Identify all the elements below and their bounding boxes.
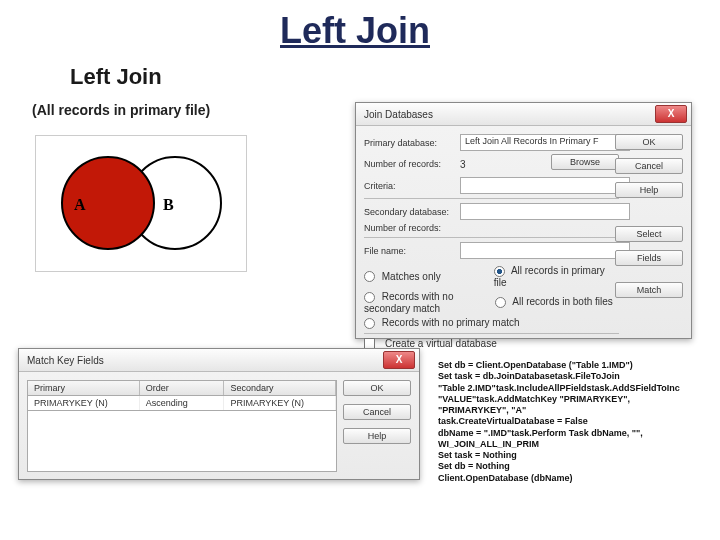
code-snippet: Set db = Client.OpenDatabase ("Table 1.I… — [438, 360, 698, 484]
page-tagline: (All records in primary file) — [32, 102, 210, 118]
code-line: dbName = ".IMD"task.Perform Task dbName,… — [438, 428, 698, 439]
radio-all-both[interactable] — [495, 297, 506, 308]
code-line: Set task = Nothing — [438, 450, 698, 461]
code-line: "Table 2.IMD"task.IncludeAllPFieldstask.… — [438, 383, 698, 394]
primary-db-label: Primary database: — [364, 138, 454, 148]
secondary-db-label: Secondary database: — [364, 207, 454, 217]
secondary-db-field[interactable] — [460, 203, 630, 220]
help-button[interactable]: Help — [615, 182, 683, 198]
close-icon[interactable]: X — [655, 105, 687, 123]
radio-all-primary[interactable] — [494, 266, 505, 277]
ok-button[interactable]: OK — [343, 380, 411, 396]
join-databases-dialog: Join Databases X OK Cancel Help Select F… — [355, 102, 692, 339]
code-line: task.CreateVirtualDatabase = False — [438, 416, 698, 427]
code-line: Set task = db.JoinDatabasetask.FileToJoi… — [438, 371, 698, 382]
filename-label: File name: — [364, 246, 454, 256]
col-order: Order — [140, 381, 225, 395]
fields-button[interactable]: Fields — [615, 250, 683, 266]
code-line: Set db = Client.OpenDatabase ("Table 1.I… — [438, 360, 698, 371]
help-button[interactable]: Help — [343, 428, 411, 444]
radio-no-secondary[interactable] — [364, 292, 375, 303]
browse-button[interactable]: Browse — [551, 154, 619, 170]
venn-label-a: A — [74, 196, 86, 214]
table-header: Primary Order Secondary — [27, 380, 337, 396]
table-row[interactable]: PRIMARYKEY (N) Ascending PRIMARYKEY (N) — [27, 396, 337, 411]
records-value: 3 — [460, 159, 466, 170]
dialog-title: Match Key Fields — [27, 355, 104, 366]
close-icon[interactable]: X — [383, 351, 415, 369]
records-label: Number of records: — [364, 159, 454, 169]
cell-order: Ascending — [140, 396, 225, 410]
match-key-fields-dialog: Match Key Fields X OK Cancel Help Primar… — [18, 348, 420, 480]
col-secondary: Secondary — [224, 381, 336, 395]
code-line: Set db = Nothing — [438, 461, 698, 472]
dialog-title: Join Databases — [364, 109, 433, 120]
cell-secondary: PRIMARYKEY (N) — [224, 396, 336, 410]
dialog-header: Join Databases X — [356, 103, 691, 126]
checkbox-virtual-db[interactable] — [364, 338, 375, 349]
opt-matches-only: Matches only — [382, 271, 441, 282]
primary-db-field[interactable]: Left Join All Records In Primary F — [460, 134, 630, 151]
criteria-field[interactable] — [460, 177, 630, 194]
page-title: Left Join — [280, 10, 430, 52]
radio-matches-only[interactable] — [364, 271, 375, 282]
select-button[interactable]: Select — [615, 226, 683, 242]
radio-no-primary[interactable] — [364, 318, 375, 329]
opt-all-both: All records in both files — [512, 296, 613, 307]
opt-no-primary: Records with no primary match — [382, 317, 520, 328]
venn-label-b: B — [163, 196, 174, 214]
dialog-header: Match Key Fields X — [19, 349, 419, 372]
code-line: Client.OpenDatabase (dbName) — [438, 473, 698, 484]
ok-button[interactable]: OK — [615, 134, 683, 150]
virtual-db-label: Create a virtual database — [385, 338, 497, 349]
secondary-records-label: Number of records: — [364, 223, 454, 233]
cancel-button[interactable]: Cancel — [343, 404, 411, 420]
filename-field[interactable] — [460, 242, 630, 259]
opt-all-primary: All records in primary file — [494, 265, 605, 288]
venn-diagram: A B — [35, 135, 247, 272]
cancel-button[interactable]: Cancel — [615, 158, 683, 174]
opt-no-secondary: Records with no secondary match — [364, 291, 453, 314]
match-button[interactable]: Match — [615, 282, 683, 298]
code-line: WI_JOIN_ALL_IN_PRIM — [438, 439, 698, 450]
col-primary: Primary — [28, 381, 140, 395]
cell-primary: PRIMARYKEY (N) — [28, 396, 140, 410]
code-line: "VALUE"task.AddMatchKey "PRIMARYKEY", "P… — [438, 394, 698, 417]
criteria-label: Criteria: — [364, 181, 454, 191]
page-subtitle: Left Join — [70, 64, 162, 90]
table-empty-area — [27, 411, 337, 472]
